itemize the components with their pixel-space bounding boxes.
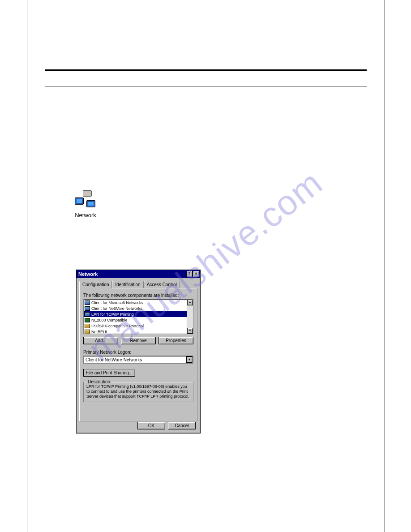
description-legend: Description — [86, 379, 111, 384]
header-rule-thin — [45, 86, 367, 86]
client-icon — [85, 300, 90, 305]
list-item[interactable]: Client for Microsoft Networks — [84, 300, 187, 305]
tab-strip: Configuration Identification Access Cont… — [79, 281, 197, 288]
dialog-title: Network — [78, 271, 98, 277]
tab-identification[interactable]: Identification — [112, 281, 143, 288]
network-dialog: Network ? × Configuration Identification… — [76, 270, 201, 433]
scroll-up-icon[interactable]: ▲ — [187, 300, 193, 305]
client-icon — [85, 312, 90, 317]
list-item[interactable]: NetBEUI — [84, 329, 187, 334]
network-icon — [75, 189, 96, 209]
properties-button[interactable]: Properties — [158, 337, 193, 344]
cancel-button[interactable]: Cancel — [168, 422, 196, 429]
primary-logon-dropdown[interactable]: Client for NetWare Networks ▼ — [83, 356, 193, 364]
titlebar[interactable]: Network ? × — [77, 270, 200, 278]
list-label: The following network components are ins… — [83, 293, 193, 298]
network-desktop-icon[interactable]: Network — [72, 189, 99, 219]
tab-content: The following network components are ins… — [79, 288, 197, 421]
components-listbox[interactable]: Client for Microsoft Networks Client for… — [83, 299, 193, 334]
chevron-down-icon[interactable]: ▼ — [186, 356, 193, 363]
description-group: Description LPR for TCP/IP Printing (v1.… — [83, 382, 193, 402]
icon-label: Network — [72, 212, 99, 219]
protocol-icon — [85, 324, 90, 328]
list-item[interactable]: LPR for TCP/IP Printing — [84, 311, 187, 317]
list-item[interactable]: IPX/SPX-compatible Protocol — [84, 323, 187, 329]
adapter-icon — [85, 318, 90, 322]
tab-configuration[interactable]: Configuration — [79, 281, 112, 288]
client-icon — [85, 306, 90, 311]
close-button[interactable]: × — [193, 271, 199, 277]
remove-button[interactable]: Remove — [121, 337, 156, 344]
scroll-track[interactable] — [187, 305, 193, 328]
ok-button[interactable]: OK — [137, 422, 165, 429]
help-button[interactable]: ? — [186, 271, 193, 277]
tab-access-control[interactable]: Access Control — [144, 281, 180, 288]
list-item[interactable]: Client for NetWare Networks — [84, 305, 187, 311]
file-print-sharing-button[interactable]: File and Print Sharing... — [83, 369, 135, 377]
listbox-scrollbar[interactable]: ▲ ▼ — [187, 300, 193, 334]
dropdown-value: Client for NetWare Networks — [84, 357, 186, 362]
header-rule-thick — [45, 69, 367, 71]
list-item[interactable]: NE2000 Compatible — [84, 317, 187, 323]
description-text: LPR for TCP/IP Printing (v1.00/1997-08-0… — [86, 384, 190, 399]
add-button[interactable]: Add... — [83, 337, 118, 344]
protocol-icon — [85, 330, 90, 334]
scroll-down-icon[interactable]: ▼ — [187, 328, 193, 334]
logon-label: Primary Network Logon: — [83, 350, 193, 355]
